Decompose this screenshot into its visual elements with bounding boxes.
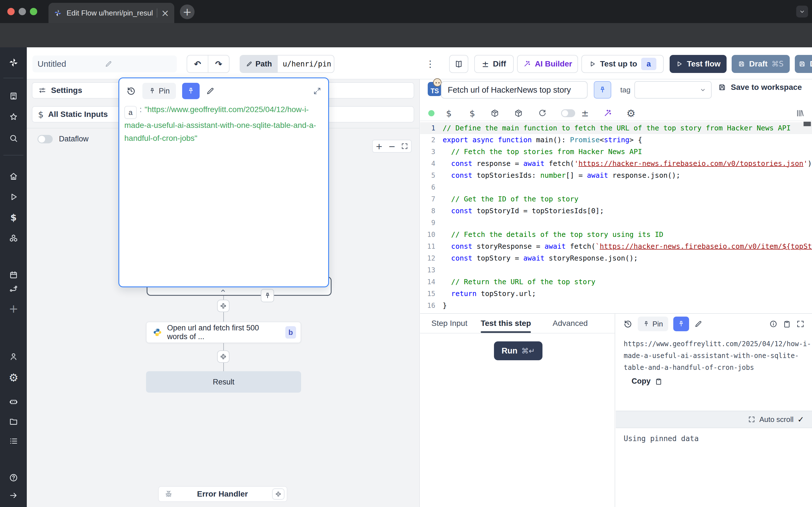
path-button[interactable]: Path u/henri/pin [240,55,335,73]
sidebar-item-favorites[interactable] [8,112,18,122]
code-line[interactable]: 6 [420,181,812,193]
editor-settings-gear-icon[interactable]: ⚙ [625,108,637,119]
expand-popup-icon[interactable] [313,87,321,95]
code-line[interactable]: 1// Define the main function to fetch th… [420,122,812,134]
code-line[interactable]: 7 // Get the ID of the top story [420,193,812,205]
traffic-close-button[interactable] [7,8,15,15]
edit-pin-pencil-icon[interactable] [206,87,215,96]
docs-book-button[interactable] [449,55,468,73]
browser-tab[interactable]: Edit Flow u/henri/pin_results × [49,3,174,23]
info-icon[interactable] [769,320,777,328]
sidebar-item-users[interactable] [8,351,18,362]
auto-scroll-label[interactable]: Auto scroll [759,415,794,424]
sidebar-item-schedules[interactable] [8,270,18,280]
sidebar-item-audit-logs[interactable] [8,436,18,446]
editor-scrollbar-thumb[interactable] [804,122,811,126]
pinned-value[interactable]: a:"https://www.geoffreylitt.com/2025/04/… [124,103,323,145]
tab-advanced[interactable]: Advanced [553,314,588,333]
code-editor[interactable]: 1// Define the main function to fetch th… [420,121,812,313]
copy-button[interactable]: Copy [631,377,663,386]
deploy-button[interactable]: Deploy [795,55,812,73]
undo-button[interactable]: ↶ [187,59,208,69]
fullscreen-icon[interactable] [796,320,805,328]
resources-dollar-icon[interactable]: $ [467,108,478,119]
code-line[interactable]: 13 [420,264,812,276]
code-line[interactable]: 14 // Return the URL of the top story [420,276,812,288]
tab-step-input[interactable]: Step Input [432,314,467,333]
code-line[interactable]: 3 // Fetch the top stories from Hacker N… [420,146,812,158]
tab-search-button[interactable] [796,6,808,17]
header-pin-button[interactable] [594,81,611,99]
error-handler-node[interactable]: Error Handler [158,486,287,502]
package-icon[interactable] [489,108,500,119]
code-line[interactable]: 9 [420,217,812,229]
test-up-to-button[interactable]: Test up to a [581,55,664,73]
step-name-input[interactable]: Fetch url of HackerNews top story [441,81,588,99]
redo-button[interactable]: ↷ [208,59,229,69]
code-line[interactable]: 8 const topStoryId = topStoriesIds[0]; [420,205,812,217]
draft-button[interactable]: Draft⌘S [732,55,790,73]
sidebar-expand-icon[interactable] [8,490,18,501]
code-line[interactable]: 5 const topStoriesIds: number[] = await … [420,170,812,181]
history-icon[interactable] [623,319,633,329]
test-flow-button[interactable]: Test flow [670,55,726,73]
tab-test-this-step[interactable]: Test this step [481,314,531,333]
sidebar-item-resources[interactable] [8,233,18,243]
history-icon[interactable] [126,86,136,96]
pin-toggle-button[interactable]: Pin [142,83,176,99]
sidebar-item-workspace[interactable] [8,91,18,101]
code-line[interactable]: 11 const storyResponse = await fetch(`ht… [420,240,812,252]
zoom-out-button[interactable]: − [386,140,398,152]
fit-view-button[interactable] [398,140,411,152]
sidebar-item-runs[interactable] [8,192,18,202]
result-node[interactable]: Result [146,371,301,393]
sidebar-item-flows[interactable] [8,284,18,294]
sidebar-item-settings[interactable]: ⚙ [8,373,18,383]
code-line[interactable]: 10 // Fetch the details of the top story… [420,229,812,240]
code-line[interactable]: 15 return topStory.url; [420,288,812,300]
pin-active-button[interactable] [182,83,200,99]
help-icon[interactable] [8,473,18,483]
insert-step-button[interactable] [217,300,230,312]
traffic-zoom-button[interactable] [30,8,37,15]
node-pin-button[interactable] [261,289,274,302]
diff-icon[interactable]: ± [579,108,591,119]
ai-wand-icon[interactable] [602,108,613,119]
run-button[interactable]: Run ⌘↵ [494,341,543,360]
traffic-minimize-button[interactable] [18,8,26,15]
code-line[interactable]: 2export async function main(): Promise<s… [420,134,812,146]
windmill-logo[interactable] [8,57,18,68]
edit-name-pencil-icon[interactable] [105,60,172,68]
pin-active-button[interactable] [673,317,689,331]
ai-builder-button[interactable]: AI Builder [517,55,578,73]
variables-icon[interactable]: $ [443,108,455,119]
copy-result-icon[interactable] [783,320,791,328]
step-node-b[interactable]: Open url and fetch first 500 words of ..… [146,322,301,343]
expand-logs-icon[interactable] [748,416,755,423]
code-line[interactable]: 4 const response = await fetch('https://… [420,158,812,170]
search-icon[interactable] [8,133,18,144]
edit-pin-pencil-icon[interactable] [694,320,703,328]
insert-step-button[interactable] [217,350,230,363]
code-line[interactable]: 16} [420,300,812,312]
dataflow-toggle[interactable] [38,135,53,144]
sidebar-item-folders[interactable] [8,416,18,427]
auto-scroll-check[interactable]: ✓ [798,415,804,424]
tab-close-icon[interactable]: × [161,8,169,18]
package-icon[interactable] [513,108,524,119]
add-error-handler-button[interactable] [272,489,285,500]
reload-script-icon[interactable] [537,108,548,119]
collapse-chevron-icon[interactable] [219,287,227,294]
tag-select[interactable] [635,81,712,99]
sidebar-item-variables[interactable]: $ [8,212,18,223]
editor-toggle[interactable] [561,109,575,117]
sidebar-item-home[interactable] [8,171,18,181]
sidebar-add-button[interactable]: + [8,304,18,314]
result-value[interactable]: https://www.geoffreylitt.com/2025/04/12/… [624,338,812,374]
zoom-in-button[interactable]: + [373,140,386,152]
code-line[interactable]: 12 const topStory = await storyResponse.… [420,252,812,264]
more-options-kebab[interactable]: ⋮ [426,59,435,69]
save-to-workspace-button[interactable]: Save to workspace [718,83,802,92]
library-icon[interactable] [795,108,806,119]
flow-name-field[interactable]: Untitled [33,55,177,72]
